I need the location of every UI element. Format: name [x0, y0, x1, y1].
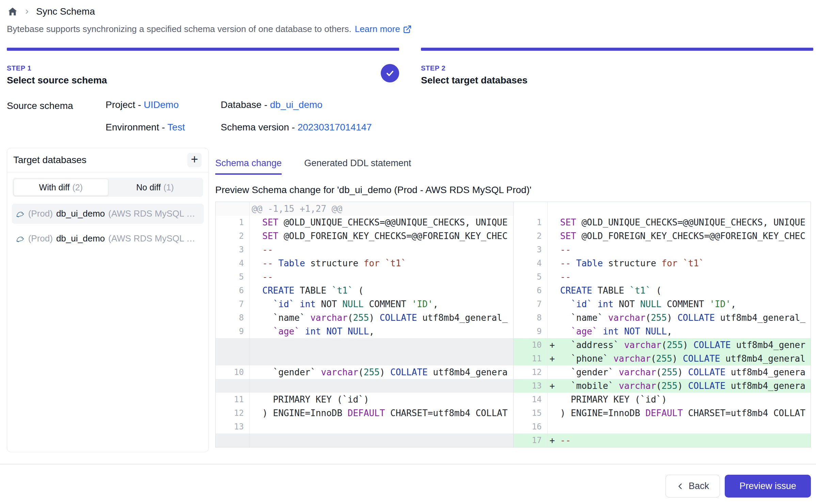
no-diff-label: No diff — [136, 183, 161, 192]
diff-line-content: `age` int NOT NULL, — [548, 325, 811, 338]
line-number: 17 — [514, 434, 548, 447]
line-number: 8 — [514, 311, 548, 325]
plus-icon: + — [191, 153, 198, 166]
diff-row: 10+ `address` varchar(255) COLLATE utf8m… — [514, 338, 811, 352]
back-button[interactable]: Back — [665, 475, 720, 498]
diff-line-content: `id` int NOT NULL COMMENT 'ID', — [250, 297, 513, 311]
diff-line-content: -- — [250, 243, 513, 256]
line-number — [514, 202, 548, 216]
diff-row: 13+ `mobile` varchar(255) COLLATE utf8mb… — [514, 379, 811, 393]
diff-row: 12 `gender` varchar(255) COLLATE utf8mb4… — [514, 365, 811, 379]
target-databases-title: Target databases — [13, 155, 87, 166]
diff-line-content: `id` int NOT NULL COMMENT 'ID', — [548, 297, 811, 311]
diff-line-content: CREATE TABLE `t1` ( — [548, 284, 811, 297]
diff-line-content: -- Table structure for `t1` — [548, 256, 811, 270]
source-schema-summary: Source schema Project - UIDemo Environme… — [7, 99, 372, 133]
mysql-icon — [15, 209, 25, 219]
line-number: 1 — [216, 216, 250, 229]
diff-row: 6 CREATE TABLE `t1` ( — [216, 284, 513, 297]
diff-row: 1 SET @OLD_UNIQUE_CHECKS=@@UNIQUE_CHECKS… — [514, 216, 811, 229]
line-number: 7 — [216, 297, 250, 311]
diff-row: 15 ) ENGINE=InnoDB DEFAULT CHARSET=utf8m… — [514, 406, 811, 420]
learn-more-link[interactable]: Learn more — [355, 24, 412, 34]
no-diff-count: (1) — [163, 183, 174, 192]
diff-line-content: SET @OLD_FOREIGN_KEY_CHECKS=@@FOREIGN_KE… — [250, 229, 513, 243]
add-target-database-button[interactable]: + — [187, 153, 202, 167]
db-instance-suffix: (AWS RDS MySQL Prod) — [108, 233, 200, 244]
source-schema-version: Schema version - 20230317014147 — [221, 122, 372, 133]
environment-label: Environment - — [106, 122, 168, 132]
learn-more-label: Learn more — [355, 24, 400, 34]
diff-pane-target[interactable]: 1 SET @OLD_UNIQUE_CHECKS=@@UNIQUE_CHECKS… — [513, 202, 811, 447]
line-number: 11 — [514, 352, 548, 365]
diff-line-content: `name` varchar(255) COLLATE utf8mb4_gene… — [548, 311, 811, 325]
diff-line-content: -- Table structure for `t1` — [250, 256, 513, 270]
line-number: 5 — [216, 270, 250, 284]
diff-line-content: -- — [250, 270, 513, 284]
step-1-completed-badge — [381, 64, 399, 82]
check-icon — [385, 68, 395, 78]
line-number: 9 — [216, 325, 250, 338]
line-number: 6 — [514, 284, 548, 297]
diff-row — [216, 434, 513, 447]
diff-line-content: @@ -1,15 +1,27 @@ — [250, 202, 513, 216]
source-environment: Environment - Test — [106, 122, 221, 133]
preview-issue-label: Preview issue — [739, 481, 796, 491]
diff-pane-source[interactable]: @@ -1,15 +1,27 @@1 SET @OLD_UNIQUE_CHECK… — [216, 202, 513, 447]
diff-line-content: ) ENGINE=InnoDB DEFAULT CHARSET=utf8mb4 … — [548, 406, 811, 420]
line-number: 13 — [514, 379, 548, 393]
chevron-left-icon — [676, 482, 685, 490]
diff-row: 1 SET @OLD_UNIQUE_CHECKS=@@UNIQUE_CHECKS… — [216, 216, 513, 229]
line-number: 10 — [514, 338, 548, 352]
database-list-item[interactable]: (Prod) db_ui_demo (AWS RDS MySQL Prod) — [12, 204, 204, 224]
tab-schema-change[interactable]: Schema change — [215, 158, 282, 175]
diff-row: 5 -- — [216, 270, 513, 284]
step-2-label: STEP 2 — [421, 64, 813, 72]
diff-row: 14 PRIMARY KEY (`id`) — [514, 393, 811, 406]
diff-row: 12 ) ENGINE=InnoDB DEFAULT CHARSET=utf8m… — [216, 406, 513, 420]
database-list-item[interactable]: (Prod) db_ui_demo (AWS RDS MySQL Prod) — [12, 229, 204, 249]
home-icon[interactable] — [7, 6, 18, 17]
breadcrumb: › Sync Schema — [7, 4, 95, 19]
line-number: 11 — [216, 393, 250, 406]
diff-row: 17+ -- — [514, 434, 811, 447]
tab-generated-ddl[interactable]: Generated DDL statement — [304, 158, 411, 175]
database-label: Database - — [221, 99, 270, 110]
environment-link[interactable]: Test — [168, 122, 185, 132]
diff-line-content — [250, 420, 513, 434]
diff-row — [514, 202, 811, 216]
line-number — [216, 379, 250, 393]
chevron-right-icon: › — [25, 6, 29, 17]
line-number: 2 — [514, 229, 548, 243]
line-number: 4 — [216, 256, 250, 270]
schema-version-label: Schema version - — [221, 122, 298, 132]
line-number: 12 — [514, 365, 548, 379]
diff-line-content: -- — [548, 270, 811, 284]
preview-issue-button[interactable]: Preview issue — [725, 475, 811, 498]
diff-line-content: + `address` varchar(255) COLLATE utf8mb4… — [548, 338, 811, 352]
tab-no-diff[interactable]: No diff (1) — [108, 179, 202, 196]
schema-version-link[interactable]: 20230317014147 — [298, 122, 372, 132]
diff-row: 2 SET @OLD_FOREIGN_KEY_CHECKS=@@FOREIGN_… — [216, 229, 513, 243]
database-link[interactable]: db_ui_demo — [270, 99, 323, 110]
intro-description: Bytebase supports synchronizing a specif… — [7, 24, 351, 34]
diff-row: 10 `gender` varchar(255) COLLATE utf8mb4… — [216, 365, 513, 379]
tab-with-diff[interactable]: With diff (2) — [14, 179, 108, 196]
step-1-progress-bar — [7, 48, 399, 51]
with-diff-label: With diff — [39, 183, 70, 192]
line-number: 8 — [216, 311, 250, 325]
step-1-title: Select source schema — [7, 75, 399, 86]
project-link[interactable]: UIDemo — [144, 99, 179, 110]
db-instance-suffix: (AWS RDS MySQL Prod) — [108, 208, 200, 219]
diff-line-content: SET @OLD_UNIQUE_CHECKS=@@UNIQUE_CHECKS, … — [250, 216, 513, 229]
line-number: 10 — [216, 365, 250, 379]
diff-row — [216, 338, 513, 352]
line-number: 1 — [514, 216, 548, 229]
preview-title: Preview Schema change for 'db_ui_demo (P… — [215, 185, 531, 195]
line-number: 3 — [216, 243, 250, 256]
diff-row: 7 `id` int NOT NULL COMMENT 'ID', — [514, 297, 811, 311]
step-2-progress-bar — [421, 48, 813, 51]
diff-line-content: CREATE TABLE `t1` ( — [250, 284, 513, 297]
diff-line-content: `name` varchar(255) COLLATE utf8mb4_gene… — [250, 311, 513, 325]
project-label: Project - — [106, 99, 144, 110]
